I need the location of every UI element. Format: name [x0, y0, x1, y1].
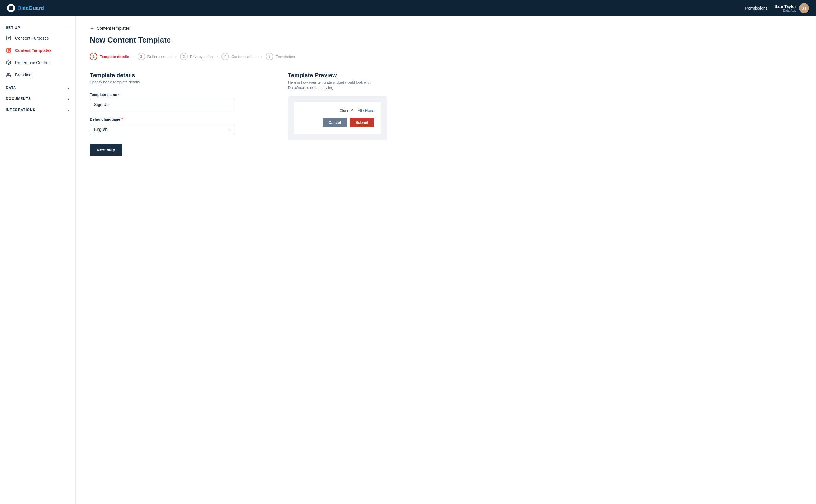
breadcrumb[interactable]: ← Content templates [90, 26, 802, 31]
form-section-title: Template details [90, 72, 270, 79]
sidebar-item-consent-purposes[interactable]: Consent Purposes [0, 32, 75, 44]
consent-purposes-icon [6, 35, 12, 41]
content-templates-label: Content Templates [15, 48, 52, 53]
sidebar-item-branding[interactable]: Branding [0, 69, 75, 81]
user-name: Sam Taylor [775, 4, 796, 9]
logo-icon [7, 4, 15, 12]
preference-centres-label: Preference Centres [15, 60, 50, 65]
step-3-circle: 3 [180, 53, 188, 60]
content-templates-icon [6, 47, 12, 53]
svg-rect-9 [7, 75, 11, 77]
sidebar-item-preference-centres[interactable]: Preference Centres [0, 57, 75, 69]
template-name-label: Template name * [90, 92, 270, 97]
step-2[interactable]: 2 Define content [137, 53, 172, 60]
preview-submit-button[interactable]: Submit [350, 118, 374, 127]
required-marker-2: * [120, 117, 123, 121]
step-5-circle: 5 [266, 53, 273, 60]
preview-title: Template Preview [288, 72, 387, 79]
default-language-group: Default language * English German French… [90, 117, 270, 135]
preview-close[interactable]: Close × [339, 108, 353, 113]
content-columns: Template details Specify basic template … [90, 72, 802, 156]
step-3-label: Privacy policy [190, 54, 213, 59]
default-language-label: Default language * [90, 117, 270, 121]
user-menu[interactable]: Sam Taylor Data App ST [775, 3, 809, 13]
preview-cancel-button[interactable]: Cancel [322, 118, 347, 127]
setup-section-label: SET UP [6, 26, 20, 30]
preview-modal-top: Close × All / None [301, 108, 374, 113]
top-navigation: DataGuard Permissions Sam Taylor Data Ap… [0, 0, 816, 16]
step-5[interactable]: 5 Translations [266, 53, 296, 60]
default-language-select[interactable]: English German French Spanish [90, 124, 235, 135]
sidebar-item-content-templates[interactable]: Content Templates [0, 44, 75, 57]
logo[interactable]: DataGuard [7, 4, 44, 12]
back-arrow-icon: ← [90, 26, 94, 31]
documents-chevron-icon: ⌄ [67, 97, 70, 101]
step-2-label: Define content [147, 54, 172, 59]
app-body: SET UP ⌃ Consent Purposes [0, 0, 816, 504]
preview-buttons: Cancel Submit [301, 118, 374, 127]
integrations-section-label: INTEGRATIONS [6, 108, 35, 112]
breadcrumb-text: Content templates [97, 26, 130, 31]
form-section-subtitle: Specify basic template details [90, 80, 270, 84]
preference-centres-icon [6, 60, 12, 66]
step-indicator: 1 Template details › 2 Define content › … [90, 53, 802, 60]
branding-icon [6, 72, 12, 78]
step-1-label: Template details [100, 54, 129, 59]
template-name-input[interactable] [90, 99, 235, 110]
integrations-chevron-icon: ⌄ [67, 108, 70, 112]
language-select-wrapper: English German French Spanish ⌄ [90, 124, 235, 135]
step-4-circle: 4 [221, 53, 229, 60]
avatar: ST [799, 3, 809, 13]
data-section-label: DATA [6, 86, 16, 90]
documents-section-header[interactable]: DOCUMENTS ⌄ [0, 94, 75, 103]
step-4[interactable]: 4 Customisations [221, 53, 257, 60]
step-4-label: Customisations [231, 54, 257, 59]
preview-subtitle: Here is how your template widget would l… [288, 80, 387, 90]
data-section-header[interactable]: DATA ⌄ [0, 83, 75, 92]
setup-section-header[interactable]: SET UP ⌃ [0, 23, 75, 32]
logo-text: DataGuard [17, 5, 44, 11]
main-content: ← Content templates New Content Template… [76, 16, 816, 504]
setup-chevron-icon: ⌃ [67, 26, 70, 30]
svg-rect-1 [7, 36, 11, 40]
step-1[interactable]: 1 Template details [90, 53, 129, 60]
close-icon: × [350, 108, 353, 113]
preview-widget: Close × All / None Cancel Submit [288, 96, 387, 140]
data-chevron-icon: ⌄ [67, 86, 70, 90]
page-title: New Content Template [90, 36, 802, 45]
close-label: Close [339, 108, 349, 113]
step-5-label: Translations [276, 54, 296, 59]
step-1-circle: 1 [90, 53, 97, 60]
template-name-group: Template name * [90, 92, 270, 110]
preview-all-none[interactable]: All / None [358, 108, 374, 113]
step-arrow-2: › [175, 54, 177, 59]
documents-section-label: DOCUMENTS [6, 97, 31, 101]
permissions-link[interactable]: Permissions [745, 6, 767, 10]
preview-column: Template Preview Here is how your templa… [288, 72, 387, 140]
integrations-section-header[interactable]: INTEGRATIONS ⌄ [0, 105, 75, 114]
consent-purposes-label: Consent Purposes [15, 36, 49, 40]
sidebar: SET UP ⌃ Consent Purposes [0, 16, 76, 504]
user-info: Sam Taylor Data App [775, 4, 796, 12]
svg-point-8 [8, 62, 9, 63]
preview-modal: Close × All / None Cancel Submit [294, 102, 381, 134]
next-step-button[interactable]: Next step [90, 144, 122, 156]
step-3[interactable]: 3 Privacy policy [180, 53, 213, 60]
user-app: Data App [775, 9, 796, 12]
branding-label: Branding [15, 73, 31, 77]
nav-right: Permissions Sam Taylor Data App ST [745, 3, 809, 13]
step-2-circle: 2 [137, 53, 145, 60]
form-column: Template details Specify basic template … [90, 72, 270, 156]
step-arrow-4: › [261, 54, 262, 59]
step-arrow-3: › [217, 54, 218, 59]
required-marker: * [117, 92, 120, 97]
step-arrow-1: › [133, 54, 134, 59]
